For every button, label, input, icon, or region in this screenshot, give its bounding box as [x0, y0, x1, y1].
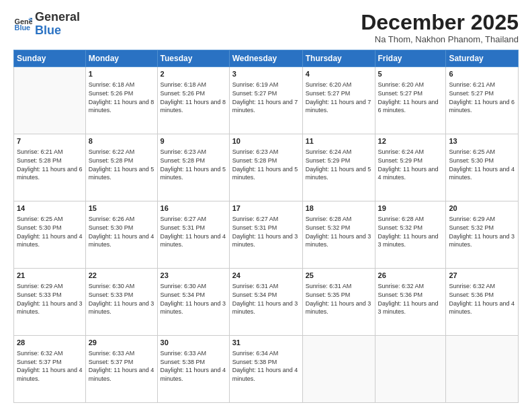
day-number: 1 — [89, 69, 154, 79]
day-number: 17 — [232, 203, 300, 214]
day-info: Sunrise: 6:28 AMSunset: 5:32 PMDaylight:… — [306, 216, 371, 248]
calendar-day-cell: 24Sunrise: 6:31 AMSunset: 5:34 PMDayligh… — [229, 269, 302, 336]
day-info: Sunrise: 6:33 AMSunset: 5:38 PMDaylight:… — [161, 350, 226, 382]
day-info: Sunrise: 6:25 AMSunset: 5:30 PMDaylight:… — [449, 148, 515, 181]
calendar-day-cell — [14, 67, 86, 134]
day-number: 23 — [161, 271, 226, 281]
day-number: 3 — [232, 69, 300, 79]
day-info: Sunrise: 6:28 AMSunset: 5:32 PMDaylight:… — [378, 216, 439, 248]
calendar-day-cell: 12Sunrise: 6:24 AMSunset: 5:29 PMDayligh… — [375, 134, 446, 201]
day-of-week-header: Sunday — [14, 50, 86, 67]
day-number: 8 — [89, 136, 154, 146]
calendar-day-cell: 17Sunrise: 6:27 AMSunset: 5:31 PMDayligh… — [229, 201, 302, 269]
day-info: Sunrise: 6:30 AMSunset: 5:34 PMDaylight:… — [161, 283, 226, 315]
day-of-week-header: Friday — [375, 50, 446, 67]
day-number: 29 — [89, 338, 154, 348]
calendar-day-cell: 11Sunrise: 6:24 AMSunset: 5:29 PMDayligh… — [302, 134, 375, 201]
calendar-day-cell: 18Sunrise: 6:28 AMSunset: 5:32 PMDayligh… — [302, 201, 375, 269]
calendar-table: SundayMondayTuesdayWednesdayThursdayFrid… — [13, 50, 519, 403]
calendar-day-cell: 4Sunrise: 6:20 AMSunset: 5:27 PMDaylight… — [302, 67, 375, 134]
day-number: 22 — [89, 271, 154, 281]
day-info: Sunrise: 6:19 AMSunset: 5:27 PMDaylight:… — [232, 81, 298, 113]
calendar-day-cell: 21Sunrise: 6:29 AMSunset: 5:33 PMDayligh… — [14, 269, 86, 336]
day-info: Sunrise: 6:24 AMSunset: 5:29 PMDaylight:… — [306, 148, 371, 181]
day-info: Sunrise: 6:23 AMSunset: 5:28 PMDaylight:… — [232, 148, 298, 181]
calendar-day-cell: 5Sunrise: 6:20 AMSunset: 5:27 PMDaylight… — [375, 67, 446, 134]
day-number: 4 — [306, 69, 372, 79]
day-info: Sunrise: 6:20 AMSunset: 5:27 PMDaylight:… — [306, 81, 371, 113]
day-number: 30 — [161, 338, 226, 348]
calendar-day-cell — [446, 336, 519, 403]
day-number: 26 — [378, 271, 443, 281]
calendar-week-row: 28Sunrise: 6:32 AMSunset: 5:37 PMDayligh… — [14, 336, 519, 403]
calendar-day-cell: 28Sunrise: 6:32 AMSunset: 5:37 PMDayligh… — [14, 336, 86, 403]
header: General Blue General Blue December 2025 … — [13, 11, 519, 44]
calendar-day-cell — [302, 336, 375, 403]
calendar-day-cell: 27Sunrise: 6:32 AMSunset: 5:36 PMDayligh… — [446, 269, 519, 336]
calendar-day-cell: 1Sunrise: 6:18 AMSunset: 5:26 PMDaylight… — [85, 67, 157, 134]
calendar-day-cell: 14Sunrise: 6:25 AMSunset: 5:30 PMDayligh… — [14, 201, 86, 269]
day-info: Sunrise: 6:30 AMSunset: 5:33 PMDaylight:… — [89, 283, 154, 315]
calendar-week-row: 14Sunrise: 6:25 AMSunset: 5:30 PMDayligh… — [14, 201, 519, 269]
day-of-week-header: Saturday — [446, 50, 519, 67]
day-number: 18 — [306, 203, 372, 214]
day-of-week-header: Tuesday — [157, 50, 229, 67]
calendar-day-cell: 19Sunrise: 6:28 AMSunset: 5:32 PMDayligh… — [375, 201, 446, 269]
day-info: Sunrise: 6:29 AMSunset: 5:33 PMDaylight:… — [17, 283, 83, 315]
day-number: 14 — [17, 203, 83, 214]
calendar-day-cell: 26Sunrise: 6:32 AMSunset: 5:36 PMDayligh… — [375, 269, 446, 336]
day-number: 25 — [306, 271, 372, 281]
calendar-day-cell: 16Sunrise: 6:27 AMSunset: 5:31 PMDayligh… — [157, 201, 229, 269]
logo-text: General Blue — [35, 11, 80, 38]
calendar-header-row: SundayMondayTuesdayWednesdayThursdayFrid… — [14, 50, 519, 67]
calendar-day-cell: 9Sunrise: 6:23 AMSunset: 5:28 PMDaylight… — [157, 134, 229, 201]
day-info: Sunrise: 6:18 AMSunset: 5:26 PMDaylight:… — [89, 81, 154, 113]
day-number: 12 — [378, 136, 443, 146]
day-info: Sunrise: 6:25 AMSunset: 5:30 PMDaylight:… — [17, 216, 83, 248]
day-info: Sunrise: 6:32 AMSunset: 5:36 PMDaylight:… — [449, 283, 515, 315]
day-number: 9 — [161, 136, 226, 146]
svg-text:Blue: Blue — [15, 24, 31, 32]
calendar-day-cell: 22Sunrise: 6:30 AMSunset: 5:33 PMDayligh… — [85, 269, 157, 336]
calendar-day-cell: 20Sunrise: 6:29 AMSunset: 5:32 PMDayligh… — [446, 201, 519, 269]
day-number: 6 — [449, 69, 515, 79]
day-of-week-header: Thursday — [302, 50, 375, 67]
day-info: Sunrise: 6:27 AMSunset: 5:31 PMDaylight:… — [232, 216, 298, 248]
logo: General Blue General Blue — [13, 11, 80, 38]
calendar-day-cell: 25Sunrise: 6:31 AMSunset: 5:35 PMDayligh… — [302, 269, 375, 336]
day-number: 2 — [161, 69, 226, 79]
day-info: Sunrise: 6:34 AMSunset: 5:38 PMDaylight:… — [232, 350, 298, 382]
calendar-day-cell: 3Sunrise: 6:19 AMSunset: 5:27 PMDaylight… — [229, 67, 302, 134]
day-number: 28 — [17, 338, 83, 348]
day-number: 27 — [449, 271, 515, 281]
day-info: Sunrise: 6:31 AMSunset: 5:35 PMDaylight:… — [306, 283, 371, 315]
day-info: Sunrise: 6:21 AMSunset: 5:27 PMDaylight:… — [449, 81, 515, 113]
calendar-week-row: 1Sunrise: 6:18 AMSunset: 5:26 PMDaylight… — [14, 67, 519, 134]
calendar-day-cell: 2Sunrise: 6:18 AMSunset: 5:26 PMDaylight… — [157, 67, 229, 134]
logo-icon: General Blue — [13, 15, 32, 34]
day-number: 7 — [17, 136, 83, 146]
day-info: Sunrise: 6:26 AMSunset: 5:30 PMDaylight:… — [89, 216, 154, 248]
location: Na Thom, Nakhon Phanom, Thailand — [361, 34, 519, 44]
calendar-day-cell: 31Sunrise: 6:34 AMSunset: 5:38 PMDayligh… — [229, 336, 302, 403]
calendar-week-row: 21Sunrise: 6:29 AMSunset: 5:33 PMDayligh… — [14, 269, 519, 336]
day-info: Sunrise: 6:18 AMSunset: 5:26 PMDaylight:… — [161, 81, 226, 113]
day-number: 31 — [232, 338, 300, 348]
day-number: 11 — [306, 136, 372, 146]
calendar-day-cell: 15Sunrise: 6:26 AMSunset: 5:30 PMDayligh… — [85, 201, 157, 269]
day-number: 20 — [449, 203, 515, 214]
calendar-day-cell: 6Sunrise: 6:21 AMSunset: 5:27 PMDaylight… — [446, 67, 519, 134]
day-number: 21 — [17, 271, 83, 281]
day-info: Sunrise: 6:32 AMSunset: 5:37 PMDaylight:… — [17, 350, 83, 382]
day-number: 13 — [449, 136, 515, 146]
day-info: Sunrise: 6:31 AMSunset: 5:34 PMDaylight:… — [232, 283, 298, 315]
day-of-week-header: Monday — [85, 50, 157, 67]
day-info: Sunrise: 6:22 AMSunset: 5:28 PMDaylight:… — [89, 148, 154, 181]
day-info: Sunrise: 6:29 AMSunset: 5:32 PMDaylight:… — [449, 216, 515, 248]
logo-general: General — [35, 11, 80, 24]
calendar-day-cell: 23Sunrise: 6:30 AMSunset: 5:34 PMDayligh… — [157, 269, 229, 336]
day-info: Sunrise: 6:23 AMSunset: 5:28 PMDaylight:… — [161, 148, 226, 181]
day-info: Sunrise: 6:33 AMSunset: 5:37 PMDaylight:… — [89, 350, 154, 382]
calendar-day-cell: 10Sunrise: 6:23 AMSunset: 5:28 PMDayligh… — [229, 134, 302, 201]
month-title: December 2025 — [361, 11, 519, 34]
